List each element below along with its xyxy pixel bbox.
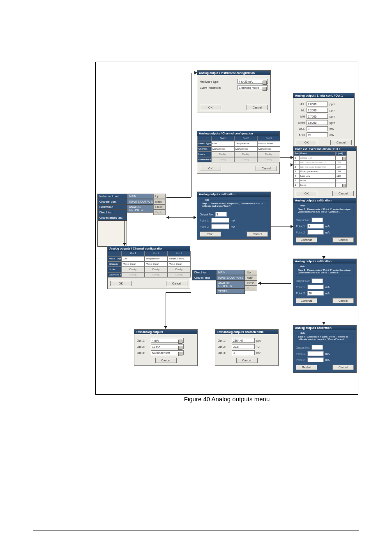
- nav-direct-test[interactable]: Direct test: [192, 270, 216, 275]
- out-value[interactable]: 3: [215, 212, 227, 217]
- out-value[interactable]: Not under test: [151, 350, 184, 355]
- ok-button[interactable]: OK: [200, 105, 221, 110]
- nav-calibration[interactable]: Calibration: [97, 204, 127, 210]
- evt-name[interactable]: fail, pressure above cut: [299, 160, 335, 165]
- ok-button[interactable]: OK: [110, 281, 131, 286]
- limit-value[interactable]: 8.0000: [307, 120, 328, 125]
- config-button[interactable]: Config.: [234, 152, 257, 157]
- p1-value[interactable]: 3: [307, 224, 324, 229]
- evt-current[interactable]: 120: [335, 165, 347, 169]
- cell-value[interactable]: Barom. Press.: [168, 256, 191, 261]
- arrow-head: [291, 156, 293, 159]
- evt-label: Event indication:: [200, 86, 221, 89]
- p2-value[interactable]: 20: [307, 291, 324, 296]
- evt-priority: 6: [293, 183, 299, 187]
- cancel-button[interactable]: Cancel: [247, 231, 268, 237]
- limit-value[interactable]: 19: [307, 132, 328, 137]
- hw-value[interactable]: 4 to 20 mA: [238, 79, 268, 84]
- config-button[interactable]: Config.: [168, 267, 191, 272]
- out-value[interactable]: 12 mA: [151, 344, 184, 349]
- ok-button[interactable]: OK: [296, 191, 317, 196]
- evt-current[interactable]: 120: [335, 174, 347, 178]
- config-button[interactable]: Config.: [122, 267, 145, 272]
- evt-name[interactable]: None: [299, 183, 335, 187]
- nav-main[interactable]: Main: [153, 199, 166, 204]
- cell-value[interactable]: Gas: [122, 256, 145, 261]
- p1-unit: mA: [325, 225, 330, 228]
- cancel-button[interactable]: Cancel: [236, 358, 258, 363]
- arrow-head: [194, 71, 197, 74]
- config-button: Config.: [257, 157, 280, 162]
- cancel-button[interactable]: Cancel: [256, 166, 277, 171]
- out-value[interactable]: 39.8: [232, 344, 255, 349]
- nav-instr-conf[interactable]: Instrument conf.: [97, 194, 127, 199]
- evt-current[interactable]: 120: [335, 169, 347, 174]
- cancel-button[interactable]: Cancel: [330, 140, 352, 145]
- continue-button[interactable]: Continue: [296, 298, 317, 303]
- limit-value[interactable]: 7.0000: [307, 102, 328, 106]
- nav-up[interactable]: Up: [245, 270, 257, 275]
- tab[interactable]: Out 2: [234, 136, 257, 141]
- cancel-button[interactable]: Cancel: [332, 191, 354, 196]
- tab[interactable]: Out 1: [211, 136, 234, 141]
- ok-button[interactable]: OK: [200, 166, 221, 171]
- evt-current[interactable]: 120: [335, 160, 347, 165]
- nav-main[interactable]: Main: [245, 275, 257, 280]
- nav-up[interactable]: Up: [153, 194, 166, 199]
- tab[interactable]: Out 2: [145, 251, 168, 256]
- cell-value[interactable]: Mono linear: [234, 146, 257, 152]
- out-value[interactable]: 2304.47: [232, 338, 255, 343]
- tab[interactable]: Out 1: [122, 251, 145, 256]
- out-value[interactable]: 4 mA: [151, 338, 184, 343]
- ok-button[interactable]: OK: [296, 140, 317, 145]
- nav-close[interactable]: Close: [153, 204, 166, 210]
- cancel-button[interactable]: Cancel: [332, 298, 354, 303]
- cancel-button[interactable]: Cancel: [332, 365, 354, 370]
- cancel-button[interactable]: Cancel: [155, 358, 177, 363]
- limit-value[interactable]: 7.7500: [307, 114, 328, 119]
- nav-char-test[interactable]: Charac. test: [192, 275, 216, 280]
- nav-channel-conf[interactable]: Channel conf.: [97, 199, 127, 204]
- config-button[interactable]: Config.: [145, 267, 168, 272]
- p1-label: Point 1:: [200, 219, 210, 222]
- cell-value[interactable]: Temperature: [145, 256, 168, 261]
- limit-value[interactable]: 7.2500: [307, 108, 328, 113]
- cancel-button[interactable]: Cancel: [247, 105, 268, 110]
- cancel-button[interactable]: Cancel: [332, 237, 354, 243]
- arrow: [324, 310, 324, 322]
- cell-value[interactable]: Mono linear: [168, 261, 191, 267]
- nav-char-test[interactable]: Characteristic test: [97, 215, 127, 220]
- evt-name[interactable]: fail, pressure below cut: [299, 165, 335, 169]
- cell-value[interactable]: Mono linear: [145, 261, 168, 267]
- start-button[interactable]: Start: [200, 231, 221, 237]
- restart-button[interactable]: Restart: [296, 365, 317, 370]
- tab[interactable]: Out 3: [257, 136, 280, 141]
- evt-name[interactable]: partial loss: [299, 156, 335, 160]
- cancel-button[interactable]: Cancel: [166, 281, 187, 286]
- evt-current[interactable]: -: [335, 183, 347, 187]
- out-label: Out 1:: [137, 339, 149, 342]
- cell-value[interactable]: Mono linear: [211, 146, 234, 152]
- evt-name[interactable]: None: [299, 178, 335, 183]
- cell-value[interactable]: Gas: [211, 141, 234, 146]
- out-value[interactable]: 3: [232, 350, 255, 355]
- tab[interactable]: Out 3: [168, 251, 191, 256]
- evt-value[interactable]: Extended mode: [238, 85, 268, 90]
- cell-value[interactable]: Mono linear: [122, 261, 145, 267]
- cell-value[interactable]: Mono linear: [257, 146, 280, 152]
- p2-unit: mA: [325, 358, 330, 361]
- evt-current[interactable]: -: [335, 178, 347, 183]
- limit-value[interactable]: 3: [307, 126, 328, 131]
- nav-pgup: PgUp: [153, 210, 166, 215]
- config-button[interactable]: Config.: [211, 152, 234, 157]
- arrow: [166, 217, 194, 218]
- evt-name[interactable]: Low Low: [299, 174, 335, 178]
- nav-close[interactable]: Close: [245, 280, 257, 286]
- nav-direct-test[interactable]: Direct test: [97, 210, 127, 215]
- evt-name[interactable]: Fixed parameter: [299, 169, 335, 174]
- continue-button[interactable]: Continue: [296, 237, 317, 243]
- cell-value[interactable]: Barom. Press.: [257, 141, 280, 146]
- config-button[interactable]: Config.: [257, 152, 280, 157]
- evt-current[interactable]: -: [335, 156, 347, 160]
- cell-value[interactable]: Temperature: [234, 141, 257, 146]
